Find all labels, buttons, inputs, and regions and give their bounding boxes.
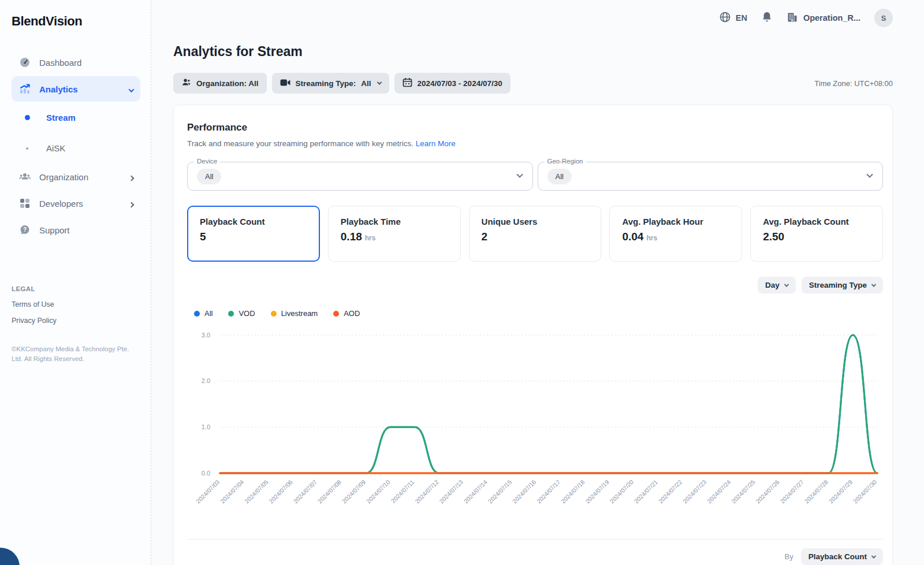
copyright-text: ©KKCompany Media & Technology Pte. Ltd. … xyxy=(12,344,133,363)
metric-card-avg-playback-count[interactable]: Avg. Playback Count 2.50 xyxy=(750,206,883,262)
sidebar-item-label: Organization xyxy=(39,172,88,182)
y-axis-tick-label: 2.0 xyxy=(202,377,210,384)
metric-value: 0.04 xyxy=(622,231,643,243)
sidebar-item-support[interactable]: ? Support xyxy=(12,217,140,243)
device-select-value: All xyxy=(197,169,221,184)
x-axis-tick-label: 2024/07/19 xyxy=(584,478,610,505)
legend-label: AOD xyxy=(344,309,360,318)
x-axis-tick-label: 2024/07/25 xyxy=(730,478,757,505)
date-range-label: 2024/07/03 - 2024/07/30 xyxy=(418,79,502,88)
sidebar-item-label: Dashboard xyxy=(39,58,81,68)
question-icon: ? xyxy=(18,224,31,236)
sidebar-item-developers[interactable]: Developers xyxy=(12,191,140,216)
sidebar-item-analytics[interactable]: Analytics xyxy=(12,76,140,102)
metric-card-avg-playback-hour[interactable]: Avg. Playback Hour 0.04hrs xyxy=(609,206,742,262)
top-bar: EN Operation_R... S xyxy=(173,0,893,36)
filter-bar: Organization: All Streaming Type: All 20… xyxy=(173,73,893,94)
device-select-label: Device xyxy=(194,158,220,165)
sidebar-item-label: Developers xyxy=(39,199,83,209)
metric-card-playback-time[interactable]: Playback Time 0.18hrs xyxy=(328,206,461,262)
organization-name: Operation_R... xyxy=(803,13,860,23)
x-axis-tick-label: 2024/07/27 xyxy=(778,478,805,505)
by-label: By xyxy=(785,552,793,561)
line-chart: 0.01.02.03.02024/07/032024/07/042024/07/… xyxy=(187,319,883,512)
performance-title: Performance xyxy=(187,122,883,133)
notification-bell-icon[interactable] xyxy=(761,11,773,25)
people-icon xyxy=(18,170,31,183)
chart-controls: Day Streaming Type xyxy=(187,277,883,293)
language-label: EN xyxy=(736,13,747,23)
interval-dropdown[interactable]: Day xyxy=(758,277,796,293)
metric-card-unique-users[interactable]: Unique Users 2 xyxy=(469,206,602,262)
chevron-down-icon xyxy=(784,282,788,287)
page-title: Analytics for Stream xyxy=(173,44,893,60)
x-axis-tick-label: 2024/07/05 xyxy=(243,478,270,505)
x-axis-tick-label: 2024/07/29 xyxy=(828,478,854,505)
sidebar-item-stream[interactable]: Stream xyxy=(12,106,140,129)
metric-label: Avg. Playback Count xyxy=(763,217,870,226)
legend-dot-icon xyxy=(333,311,339,317)
chevron-down-icon xyxy=(129,84,133,94)
analytics-icon xyxy=(18,83,31,95)
chart-svg: 0.01.02.03.02024/07/032024/07/042024/07/… xyxy=(187,319,883,512)
metric-value: 0.18 xyxy=(341,231,362,243)
bottom-controls: By Playback Count xyxy=(187,548,883,565)
legend-label: Livestream xyxy=(281,309,318,318)
interval-value: Day xyxy=(765,281,780,289)
x-axis-tick-label: 2024/07/10 xyxy=(365,478,392,505)
x-axis-tick-label: 2024/07/04 xyxy=(219,478,245,505)
sidebar-item-label: AiSK xyxy=(46,143,65,153)
performance-description: Track and measure your streaming perform… xyxy=(187,139,883,148)
streaming-type-filter-chip[interactable]: Streaming Type: All xyxy=(272,73,389,94)
sidebar-item-organization[interactable]: Organization xyxy=(12,164,140,189)
metric-cards: Playback Count 5 Playback Time 0.18hrs U… xyxy=(187,206,883,262)
sidebar-nav: Dashboard Analytics Stream AiSK Organiza… xyxy=(12,50,140,243)
x-axis-tick-label: 2024/07/17 xyxy=(535,478,562,505)
legal-heading: LEGAL xyxy=(12,285,140,292)
chevron-down-icon xyxy=(516,172,523,178)
svg-text:?: ? xyxy=(23,226,27,233)
sidebar-item-label: Stream xyxy=(46,113,76,122)
legend-item-livestream[interactable]: Livestream xyxy=(271,309,318,318)
dot-icon xyxy=(20,147,35,150)
chart-legend: AllVODLivestreamAOD xyxy=(194,309,883,318)
date-range-chip[interactable]: 2024/07/03 - 2024/07/30 xyxy=(394,73,511,94)
organization-switcher[interactable]: Operation_R... xyxy=(787,12,860,25)
learn-more-link[interactable]: Learn More xyxy=(416,139,456,148)
grid-icon xyxy=(18,197,31,210)
user-avatar[interactable]: S xyxy=(874,9,893,27)
breakdown-dropdown[interactable]: Streaming Type xyxy=(802,277,883,293)
calendar-icon xyxy=(403,77,412,89)
timezone-label: Time Zone: UTC+08:00 xyxy=(814,79,893,88)
sidebar-item-label: Support xyxy=(39,225,70,235)
metric-value: 5 xyxy=(200,231,206,243)
y-axis-tick-label: 0.0 xyxy=(202,470,210,477)
legend-dot-icon xyxy=(194,311,200,317)
privacy-policy-link[interactable]: Privacy Policy xyxy=(12,317,140,325)
sidebar-item-dashboard[interactable]: Dashboard xyxy=(12,50,140,75)
x-axis-tick-label: 2024/07/13 xyxy=(438,478,464,505)
organization-filter-chip[interactable]: Organization: All xyxy=(173,73,267,94)
legend-dot-icon xyxy=(228,311,234,317)
language-selector[interactable]: EN xyxy=(719,11,747,25)
x-axis-tick-label: 2024/07/22 xyxy=(657,478,684,505)
breakdown-value: Streaming Type xyxy=(809,281,867,289)
by-metric-value: Playback Count xyxy=(808,552,867,561)
legend-dot-icon xyxy=(271,311,277,317)
terms-of-use-link[interactable]: Terms of Use xyxy=(12,300,140,308)
x-axis-tick-label: 2024/07/12 xyxy=(413,478,440,505)
metric-value: 2 xyxy=(482,231,488,243)
by-metric-dropdown[interactable]: Playback Count xyxy=(801,548,883,565)
building-icon xyxy=(787,12,798,25)
legend-item-aod[interactable]: AOD xyxy=(333,309,360,318)
x-axis-tick-label: 2024/07/11 xyxy=(389,478,415,504)
legend-item-all[interactable]: All xyxy=(194,309,213,318)
metric-label: Avg. Playback Hour xyxy=(622,217,729,226)
geo-region-select[interactable]: Geo-Region All xyxy=(538,162,884,191)
legend-item-vod[interactable]: VOD xyxy=(228,309,255,318)
sidebar-item-aisk[interactable]: AiSK xyxy=(12,136,140,160)
device-select[interactable]: Device All xyxy=(187,162,533,191)
metric-card-playback-count[interactable]: Playback Count 5 xyxy=(187,206,320,262)
streaming-type-filter-value: All xyxy=(361,79,371,88)
legend-label: VOD xyxy=(239,309,255,318)
